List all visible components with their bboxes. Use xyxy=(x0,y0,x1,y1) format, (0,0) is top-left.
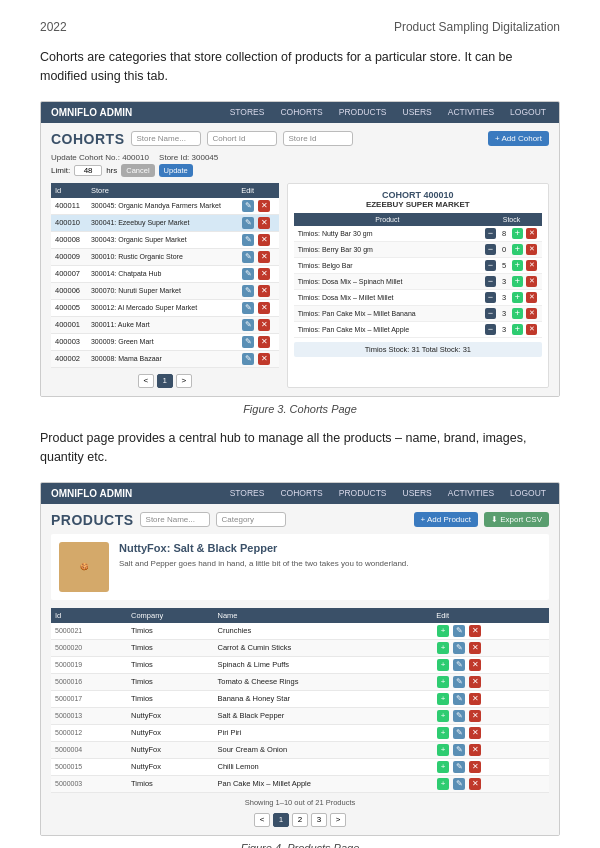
add-product-row-button[interactable]: + xyxy=(437,642,449,654)
remove-product-button[interactable]: ✕ xyxy=(526,308,537,319)
table-row[interactable]: 400002 300008: Mama Bazaar ✎ ✕ xyxy=(51,350,279,367)
delete-product-button[interactable]: ✕ xyxy=(469,676,481,688)
table-row[interactable]: 5000017 Timios Banana & Honey Star + ✎ ✕ xyxy=(51,690,549,707)
prod-page1-button[interactable]: 1 xyxy=(273,813,289,827)
decrease-stock-button[interactable]: − xyxy=(485,276,496,287)
edit-product-button[interactable]: ✎ xyxy=(453,659,465,671)
increase-stock-button[interactable]: + xyxy=(512,260,523,271)
prod-nav-stores[interactable]: STORES xyxy=(227,488,268,498)
add-product-row-button[interactable]: + xyxy=(437,693,449,705)
nav-stores[interactable]: STORES xyxy=(227,107,268,117)
table-row[interactable]: 5000021 Timios Crunchies + ✎ ✕ xyxy=(51,623,549,640)
table-row[interactable]: 5000004 NuttyFox Sour Cream & Onion + ✎ … xyxy=(51,741,549,758)
remove-product-button[interactable]: ✕ xyxy=(526,244,537,255)
remove-product-button[interactable]: ✕ xyxy=(526,260,537,271)
prod-nav-logout[interactable]: LOGOUT xyxy=(507,488,549,498)
table-row[interactable]: 5000012 NuttyFox Piri Piri + ✎ ✕ xyxy=(51,724,549,741)
table-row[interactable]: 5000020 Timios Carrot & Cumin Sticks + ✎… xyxy=(51,639,549,656)
edit-icon[interactable]: ✎ xyxy=(242,319,254,331)
add-product-row-button[interactable]: + xyxy=(437,625,449,637)
prod-prev-button[interactable]: < xyxy=(254,813,270,827)
edit-icon[interactable]: ✎ xyxy=(242,200,254,212)
products-search2[interactable]: Category xyxy=(216,512,286,527)
nav-activities[interactable]: ACTIVITIES xyxy=(445,107,497,117)
table-row[interactable]: 5000016 Timios Tomato & Cheese Rings + ✎… xyxy=(51,673,549,690)
remove-product-button[interactable]: ✕ xyxy=(526,324,537,335)
prod-nav-users[interactable]: USERS xyxy=(400,488,435,498)
delete-product-button[interactable]: ✕ xyxy=(469,710,481,722)
edit-icon[interactable]: ✎ xyxy=(242,353,254,365)
edit-product-button[interactable]: ✎ xyxy=(453,642,465,654)
cohorts-search1[interactable]: Store Name... xyxy=(131,131,201,146)
add-product-row-button[interactable]: + xyxy=(437,659,449,671)
increase-stock-button[interactable]: + xyxy=(512,276,523,287)
prod-page2-button[interactable]: 2 xyxy=(292,813,308,827)
delete-icon[interactable]: ✕ xyxy=(258,319,270,331)
increase-stock-button[interactable]: + xyxy=(512,292,523,303)
delete-icon[interactable]: ✕ xyxy=(258,353,270,365)
delete-icon[interactable]: ✕ xyxy=(258,302,270,314)
table-row[interactable]: 400009 300010: Rustic Organic Store ✎ ✕ xyxy=(51,248,279,265)
cancel-button[interactable]: Cancel xyxy=(121,164,154,177)
delete-product-button[interactable]: ✕ xyxy=(469,778,481,790)
edit-icon[interactable]: ✎ xyxy=(242,336,254,348)
increase-stock-button[interactable]: + xyxy=(512,244,523,255)
decrease-stock-button[interactable]: − xyxy=(485,324,496,335)
products-search1[interactable]: Store Name... xyxy=(140,512,210,527)
remove-product-button[interactable]: ✕ xyxy=(526,228,537,239)
delete-product-button[interactable]: ✕ xyxy=(469,659,481,671)
next-page-button[interactable]: > xyxy=(176,374,192,388)
edit-product-button[interactable]: ✎ xyxy=(453,693,465,705)
delete-product-button[interactable]: ✕ xyxy=(469,761,481,773)
table-row[interactable]: 400001 300011: Auke Mart ✎ ✕ xyxy=(51,316,279,333)
table-row[interactable]: 400010 300041: Ezeebuy Super Market ✎ ✕ xyxy=(51,214,279,231)
prod-page3-button[interactable]: 3 xyxy=(311,813,327,827)
delete-icon[interactable]: ✕ xyxy=(258,234,270,246)
cohorts-search3[interactable]: Store Id xyxy=(283,131,353,146)
table-row[interactable]: 5000003 Timios Pan Cake Mix – Millet App… xyxy=(51,775,549,792)
nav-products[interactable]: PRODUCTS xyxy=(336,107,390,117)
delete-product-button[interactable]: ✕ xyxy=(469,744,481,756)
increase-stock-button[interactable]: + xyxy=(512,228,523,239)
edit-icon[interactable]: ✎ xyxy=(242,234,254,246)
remove-product-button[interactable]: ✕ xyxy=(526,276,537,287)
export-csv-button[interactable]: ⬇ Export CSV xyxy=(484,512,549,527)
table-row[interactable]: 400005 300012: Al Mercado Super Market ✎… xyxy=(51,299,279,316)
delete-icon[interactable]: ✕ xyxy=(258,336,270,348)
nav-cohorts[interactable]: COHORTS xyxy=(277,107,325,117)
decrease-stock-button[interactable]: − xyxy=(485,228,496,239)
increase-stock-button[interactable]: + xyxy=(512,324,523,335)
edit-icon[interactable]: ✎ xyxy=(242,302,254,314)
add-product-button[interactable]: + Add Product xyxy=(414,512,478,527)
delete-icon[interactable]: ✕ xyxy=(258,268,270,280)
table-row[interactable]: 400008 300043: Organic Super Market ✎ ✕ xyxy=(51,231,279,248)
remove-product-button[interactable]: ✕ xyxy=(526,292,537,303)
table-row[interactable]: 400007 300014: Chatpata Hub ✎ ✕ xyxy=(51,265,279,282)
edit-product-button[interactable]: ✎ xyxy=(453,778,465,790)
edit-product-button[interactable]: ✎ xyxy=(453,625,465,637)
decrease-stock-button[interactable]: − xyxy=(485,244,496,255)
delete-product-button[interactable]: ✕ xyxy=(469,642,481,654)
prod-nav-cohorts[interactable]: COHORTS xyxy=(277,488,325,498)
table-row[interactable]: 5000013 NuttyFox Salt & Black Pepper + ✎… xyxy=(51,707,549,724)
edit-icon[interactable]: ✎ xyxy=(242,251,254,263)
table-row[interactable]: 400006 300070: Nuruti Super Market ✎ ✕ xyxy=(51,282,279,299)
edit-product-button[interactable]: ✎ xyxy=(453,761,465,773)
delete-product-button[interactable]: ✕ xyxy=(469,625,481,637)
prod-nav-products[interactable]: PRODUCTS xyxy=(336,488,390,498)
nav-logout[interactable]: LOGOUT xyxy=(507,107,549,117)
cohorts-search2[interactable]: Cohort Id xyxy=(207,131,277,146)
table-row[interactable]: 5000015 NuttyFox Chilli Lemon + ✎ ✕ xyxy=(51,758,549,775)
decrease-stock-button[interactable]: − xyxy=(485,292,496,303)
delete-product-button[interactable]: ✕ xyxy=(469,693,481,705)
edit-product-button[interactable]: ✎ xyxy=(453,676,465,688)
delete-icon[interactable]: ✕ xyxy=(258,217,270,229)
delete-icon[interactable]: ✕ xyxy=(258,200,270,212)
add-product-row-button[interactable]: + xyxy=(437,710,449,722)
add-product-row-button[interactable]: + xyxy=(437,727,449,739)
decrease-stock-button[interactable]: − xyxy=(485,260,496,271)
nav-users[interactable]: USERS xyxy=(400,107,435,117)
edit-icon[interactable]: ✎ xyxy=(242,217,254,229)
add-product-row-button[interactable]: + xyxy=(437,744,449,756)
update-button[interactable]: Update xyxy=(159,164,193,177)
